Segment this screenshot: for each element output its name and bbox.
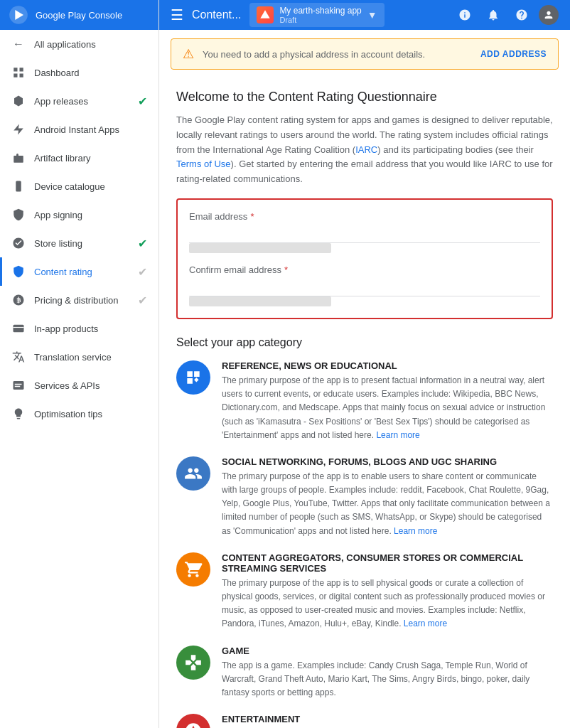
warning-text: You need to add a physical address in ac… bbox=[203, 49, 472, 60]
menu-icon[interactable]: ☰ bbox=[171, 6, 183, 23]
email-input[interactable] bbox=[189, 226, 540, 243]
sidebar-item-content-rating[interactable]: Content rating ✔ bbox=[0, 257, 158, 286]
reference-icon bbox=[176, 360, 210, 395]
topbar-title: Content... bbox=[192, 9, 241, 21]
dashboard-icon bbox=[11, 65, 26, 80]
notifications-icon[interactable] bbox=[482, 4, 505, 26]
content-rating-section: Welcome to the Content Rating Questionna… bbox=[159, 78, 570, 728]
releases-icon bbox=[11, 94, 26, 108]
status-badge-gray: ✔ bbox=[138, 265, 147, 279]
app-name: My earth-shaking app bbox=[279, 6, 361, 16]
aggregator-desc: The primary purpose of the app is to sel… bbox=[222, 577, 553, 631]
sidebar-item-app-releases[interactable]: App releases ✔ bbox=[0, 87, 158, 115]
sidebar-item-optimisation[interactable]: Optimisation tips bbox=[0, 400, 158, 428]
translation-icon bbox=[11, 350, 26, 364]
warning-icon: ⚠ bbox=[183, 46, 194, 62]
svg-rect-5 bbox=[20, 74, 23, 77]
social-name: SOCIAL NETWORKING, FORUMS, BLOGS AND UGC… bbox=[222, 456, 553, 467]
aggregator-learn-more-link[interactable]: Learn more bbox=[404, 619, 447, 628]
sidebar-item-translation[interactable]: Translation service bbox=[0, 343, 158, 371]
confirm-email-field-group: Confirm email address * bbox=[189, 264, 540, 306]
entertainment-icon bbox=[176, 714, 210, 728]
svg-rect-10 bbox=[14, 325, 24, 333]
store-icon bbox=[11, 236, 26, 250]
app-info: My earth-shaking app Draft bbox=[279, 6, 361, 24]
email-field-group: Email address * bbox=[189, 211, 540, 253]
sidebar-item-label: Store listing bbox=[34, 238, 129, 249]
topbar: ☰ Content... My earth-shaking app Draft … bbox=[159, 0, 570, 30]
svg-rect-4 bbox=[14, 74, 17, 77]
terms-link[interactable]: Terms of Use bbox=[176, 159, 231, 169]
svg-rect-2 bbox=[14, 68, 17, 71]
social-icon bbox=[176, 456, 210, 491]
content-area: ⚠ You need to add a physical address in … bbox=[159, 30, 570, 728]
sidebar-item-dashboard[interactable]: Dashboard bbox=[0, 58, 158, 87]
category-item-entertainment[interactable]: ENTERTAINMENT The app is meant to entert… bbox=[176, 714, 553, 728]
status-badge-gray: ✔ bbox=[138, 294, 147, 307]
play-store-logo bbox=[9, 5, 28, 25]
sidebar-item-in-app-products[interactable]: In-app products bbox=[0, 314, 158, 343]
sidebar-item-all-apps[interactable]: ← All applications bbox=[0, 30, 158, 58]
services-icon bbox=[11, 378, 26, 392]
help-icon[interactable] bbox=[510, 4, 533, 26]
sidebar-header: Google Play Console bbox=[0, 0, 158, 30]
game-desc: The app is a game. Examples include: Can… bbox=[222, 659, 553, 700]
sidebar-item-store-listing[interactable]: Store listing ✔ bbox=[0, 229, 158, 257]
main-panel: ☰ Content... My earth-shaking app Draft … bbox=[159, 0, 570, 728]
svg-marker-11 bbox=[261, 10, 270, 18]
confirm-email-placeholder-visual bbox=[189, 296, 331, 306]
sidebar-item-services-apis[interactable]: Services & APIs bbox=[0, 371, 158, 400]
back-icon: ← bbox=[11, 37, 26, 51]
sidebar-item-label: App releases bbox=[34, 96, 129, 107]
reference-content: REFERENCE, NEWS OR EDUCATIONAL The prima… bbox=[222, 360, 553, 442]
sidebar-item-android-instant[interactable]: Android Instant Apps bbox=[0, 115, 158, 144]
categories-list: REFERENCE, NEWS OR EDUCATIONAL The prima… bbox=[176, 360, 553, 728]
game-content: GAME The app is a game. Examples include… bbox=[222, 646, 553, 700]
avatar[interactable] bbox=[539, 5, 559, 25]
signing-icon bbox=[11, 208, 26, 222]
sidebar-item-label: Android Instant Apps bbox=[34, 124, 147, 135]
sidebar-item-label: In-app products bbox=[34, 323, 147, 334]
sidebar-item-label: Dashboard bbox=[34, 68, 147, 78]
social-learn-more-link[interactable]: Learn more bbox=[394, 526, 437, 536]
reference-learn-more-link[interactable]: Learn more bbox=[376, 430, 419, 440]
sidebar-item-label: Optimisation tips bbox=[34, 409, 147, 419]
topbar-actions bbox=[453, 4, 559, 26]
aggregator-icon bbox=[176, 552, 210, 587]
sidebar-item-label: Artifact library bbox=[34, 153, 147, 164]
app-icon bbox=[257, 6, 274, 23]
entertainment-name: ENTERTAINMENT bbox=[222, 714, 553, 724]
sidebar-item-label: Content rating bbox=[34, 267, 129, 277]
warning-banner: ⚠ You need to add a physical address in … bbox=[171, 38, 559, 70]
social-desc: The primary purpose of the app is to ena… bbox=[222, 470, 553, 538]
social-content: SOCIAL NETWORKING, FORUMS, BLOGS AND UGC… bbox=[222, 456, 553, 538]
sidebar-item-label: Device catalogue bbox=[34, 181, 147, 192]
app-selector[interactable]: My earth-shaking app Draft ▼ bbox=[249, 3, 384, 27]
category-item-aggregator[interactable]: CONTENT AGGREGATORS, CONSUMER STORES OR … bbox=[176, 552, 553, 631]
entertainment-content: ENTERTAINMENT The app is meant to entert… bbox=[222, 714, 553, 728]
sidebar-item-label: App signing bbox=[34, 210, 147, 220]
category-item-reference[interactable]: REFERENCE, NEWS OR EDUCATIONAL The prima… bbox=[176, 360, 553, 442]
sidebar-item-pricing[interactable]: Pricing & distribution ✔ bbox=[0, 286, 158, 314]
category-item-game[interactable]: GAME The app is a game. Examples include… bbox=[176, 646, 553, 700]
app-status: Draft bbox=[279, 16, 361, 24]
info-icon[interactable] bbox=[453, 4, 476, 26]
sidebar-item-device-catalogue[interactable]: Device catalogue bbox=[0, 172, 158, 200]
aggregator-name: CONTENT AGGREGATORS, CONSUMER STORES OR … bbox=[222, 552, 553, 574]
sidebar-item-app-signing[interactable]: App signing bbox=[0, 200, 158, 229]
section-description: The Google Play content rating system fo… bbox=[176, 113, 553, 187]
category-section-title: Select your app category bbox=[176, 336, 553, 349]
in-app-icon bbox=[11, 321, 26, 336]
confirm-email-input[interactable] bbox=[189, 279, 540, 296]
game-icon bbox=[176, 646, 210, 680]
add-address-button[interactable]: ADD ADDRESS bbox=[480, 49, 547, 59]
status-badge-green: ✔ bbox=[138, 237, 147, 250]
sidebar-item-label: Services & APIs bbox=[34, 380, 147, 391]
reference-desc: The primary purpose of the app is to pre… bbox=[222, 374, 553, 442]
svg-rect-3 bbox=[20, 68, 23, 71]
email-placeholder-visual bbox=[189, 243, 331, 253]
optimisation-icon bbox=[11, 407, 26, 421]
category-item-social[interactable]: SOCIAL NETWORKING, FORUMS, BLOGS AND UGC… bbox=[176, 456, 553, 538]
sidebar-item-artifact-library[interactable]: Artifact library bbox=[0, 144, 158, 172]
reference-name: REFERENCE, NEWS OR EDUCATIONAL bbox=[222, 360, 553, 371]
